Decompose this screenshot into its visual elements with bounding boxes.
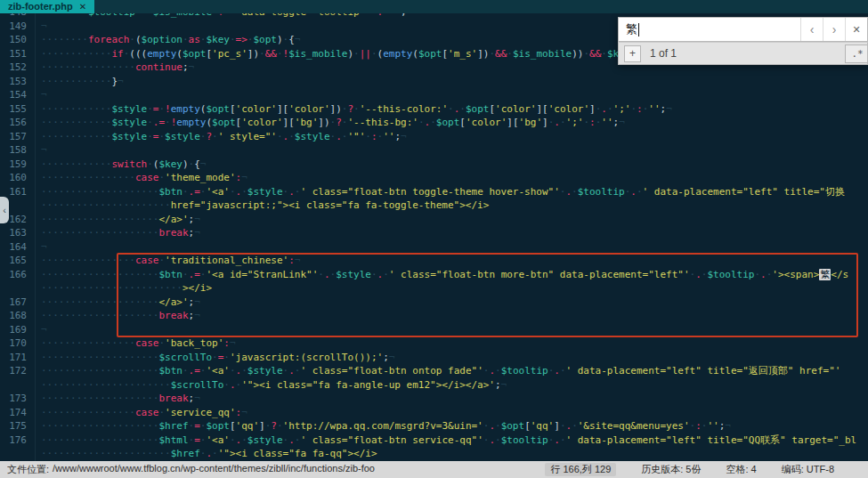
find-prev-button[interactable]: ‹ [800, 18, 823, 41]
line-number: 150 [0, 33, 36, 47]
code-area: 148········$tooltip·=·$is_mobile·?·' dat… [0, 13, 868, 461]
code-row-167[interactable]: 167····················</a>';¬ [0, 296, 868, 310]
code-line-text: ············switch·($key)·{¬ [41, 158, 206, 172]
code-row-175[interactable]: 175····················$href·=·$opt['qq'… [0, 419, 868, 433]
code-line-text: ························></i> [41, 281, 212, 296]
line-number: 173 [0, 392, 36, 406]
code-row-159[interactable]: 159············switch·($key)·{¬ [0, 158, 868, 172]
code-line-text: ····················$btn·.=·'<a id="Stra… [41, 268, 848, 282]
encoding[interactable]: 编码: UTF-8 [782, 463, 834, 476]
match-count: 1 of 1 [650, 47, 677, 60]
code-row-wrap[interactable]: ······················href="javascript:;… [0, 198, 868, 213]
code-line-text: ············$style·=·!empty($opt['color'… [41, 102, 672, 117]
code-row-166[interactable]: 166····················$btn·.=·'<a id="S… [0, 268, 868, 282]
line-number: 152 [0, 61, 36, 75]
code-line-text: ····················</a>';¬ [41, 213, 200, 227]
code-row-153[interactable]: 153············}¬ [0, 75, 868, 89]
code-row-wrap[interactable]: ························></i> [0, 281, 868, 296]
code-row-161[interactable]: 161····················$btn·.=·'<a'·.·$s… [0, 185, 868, 199]
line-number: 154 [0, 88, 36, 102]
tab-zib-footer[interactable]: zib-footer.php ✕ [0, 0, 94, 13]
code-line-text: ····················break;¬ [41, 226, 200, 240]
line-number: 174 [0, 406, 36, 420]
code-line-text: ············$style·.=·!empty($opt['color… [41, 116, 625, 130]
line-number: 163 [0, 226, 36, 240]
search-input[interactable]: 繁 [619, 18, 800, 41]
text-caret [638, 23, 639, 36]
search-row: 繁 ‹ › ✕ [618, 17, 868, 42]
line-number: 167 [0, 296, 36, 310]
code-row-171[interactable]: 171····················$scrollTo·=·'java… [0, 351, 868, 365]
code-line-text: ····················$href·=·$opt['qq']·?… [41, 419, 731, 433]
status-bar: 文件位置: /www/wwwroot/www.tfblog.cn/wp-cont… [0, 461, 868, 478]
line-number: 156 [0, 116, 36, 130]
code-row-160[interactable]: 160················case·'theme_mode':¬ [0, 171, 868, 185]
line-number: 165 [0, 254, 36, 268]
code-row-wrap[interactable]: ······················$href·.·'"><i clas… [0, 447, 868, 461]
code-row-163[interactable]: 163····················break;¬ [0, 226, 868, 240]
code-row-156[interactable]: 156············$style·.=·!empty($opt['co… [0, 116, 868, 130]
add-search-button[interactable]: + [624, 45, 641, 62]
code-row-wrap[interactable]: ······················$scrollTo·.·'"><i … [0, 378, 868, 393]
cursor-position: 行 166,列 129 [545, 463, 616, 476]
regex-icon: .* [851, 48, 863, 60]
code-line-text: ¬ [41, 240, 47, 255]
code-row-173[interactable]: 173····················break;¬ [0, 392, 868, 406]
search-options-row: + 1 of 1 .* [618, 42, 868, 65]
history-versions[interactable]: 历史版本: 5份 [641, 463, 701, 476]
line-number: 153 [0, 75, 36, 89]
indent-spaces[interactable]: 空格: 4 [726, 463, 756, 476]
regex-toggle-button[interactable]: .* [845, 45, 868, 63]
code-line-text: ······················$href·.·'"><i clas… [41, 447, 377, 461]
code-row-158[interactable]: 158¬ [0, 143, 868, 158]
code-line-text: ¬ [41, 143, 47, 158]
tab-filename: zib-footer.php [8, 0, 73, 13]
line-number: 169 [0, 323, 36, 337]
line-number: 164 [0, 240, 36, 255]
code-line-text: ················continue;¬ [41, 61, 194, 75]
code-row-168[interactable]: 168····················break;¬ [0, 309, 868, 323]
code-line-text: ····················break;¬ [41, 392, 200, 406]
code-row-176[interactable]: 176····················$html·=·'<a'·.·$s… [0, 433, 868, 448]
search-close-button[interactable]: ✕ [845, 18, 867, 41]
line-number: 159 [0, 158, 36, 172]
line-number: 168 [0, 309, 36, 323]
line-number: 157 [0, 130, 36, 144]
code-row-155[interactable]: 155············$style·=·!empty($opt['col… [0, 102, 868, 117]
chevron-right-icon: › [832, 22, 837, 36]
file-location-label: 文件位置: [7, 463, 49, 476]
code-row-170[interactable]: 170················case·'back_top':¬ [0, 336, 868, 351]
line-number [0, 281, 36, 296]
code-line-text: ····················break;¬ [41, 309, 200, 323]
line-number: 151 [0, 47, 36, 61]
code-row-165[interactable]: 165················case·'traditional_chi… [0, 254, 868, 268]
code-line-text: ················case·'traditional_chines… [41, 254, 300, 268]
code-line-text: ······················$scrollTo·.·'"><i … [41, 378, 507, 393]
line-number: 172 [0, 364, 36, 378]
tab-close-icon[interactable]: ✕ [79, 0, 86, 13]
sidebar-collapse-handle[interactable]: ‹ [0, 197, 9, 223]
tab-bar: zib-footer.php ✕ [0, 0, 868, 13]
code-row-172[interactable]: 172····················$btn·.=·'<a'·.·$s… [0, 364, 868, 378]
code-row-174[interactable]: 174················case·'service_qq':¬ [0, 406, 868, 420]
code-line-text: ¬ [41, 323, 47, 337]
code-row-157[interactable]: 157············$style·=·$style·?·' style… [0, 130, 868, 144]
line-number [0, 447, 36, 461]
line-number [0, 378, 36, 393]
find-next-button[interactable]: › [823, 18, 845, 41]
collapse-arrow-icon: ‹ [3, 205, 6, 215]
code-line-text: ····················$scrollTo·=·'javascr… [41, 351, 394, 365]
search-query-text: 繁 [626, 21, 637, 37]
code-row-154[interactable]: 154¬ [0, 88, 868, 102]
file-path: /www/wwwroot/www.tfblog.cn/wp-content/th… [53, 463, 375, 476]
code-row-164[interactable]: 164¬ [0, 240, 868, 255]
line-number: 175 [0, 419, 36, 433]
code-line-text: ················case·'service_qq':¬ [41, 406, 247, 420]
code-line-text: ················case·'back_top':¬ [41, 336, 236, 351]
file-location: 文件位置: /www/wwwroot/www.tfblog.cn/wp-cont… [7, 463, 375, 476]
code-row-162[interactable]: 162····················</a>';¬ [0, 213, 868, 227]
code-row-169[interactable]: 169¬ [0, 323, 868, 337]
line-number: 158 [0, 143, 36, 158]
code-line-text: ········$tooltip·=·$is_mobile·?·' data-t… [41, 13, 412, 20]
line-number: 166 [0, 268, 36, 282]
